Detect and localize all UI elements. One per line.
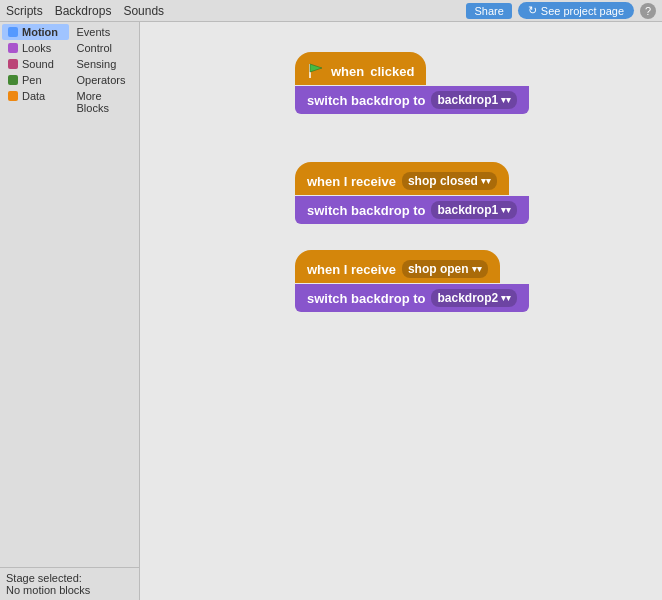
- motion-dot: [8, 27, 18, 37]
- sidebar-item-looks[interactable]: Looks: [2, 40, 69, 56]
- sidebar-item-motion[interactable]: Motion: [2, 24, 69, 40]
- dropdown-arrow: ▾: [481, 176, 491, 186]
- no-motion-label: No motion blocks: [6, 584, 133, 596]
- top-nav: Scripts Backdrops Sounds Share ↻ See pro…: [0, 0, 662, 22]
- sound-dot: [8, 59, 18, 69]
- block-group1-0[interactable]: whenclicked: [295, 52, 426, 85]
- dropdown-arrow: ▾: [501, 95, 511, 105]
- block-label: when I receive: [307, 262, 396, 277]
- script-group-group3[interactable]: when I receive shop open ▾ switch backdr…: [295, 250, 529, 312]
- block-group3-1[interactable]: switch backdrop to backdrop2 ▾: [295, 284, 529, 312]
- category-list: Motion Looks Sound Pen: [0, 22, 139, 567]
- block-label: when: [331, 64, 364, 79]
- looks-dot: [8, 43, 18, 53]
- category-section: Motion Looks Sound Pen: [2, 24, 137, 116]
- sidebar-item-sound[interactable]: Sound: [2, 56, 69, 72]
- nav-tabs: Scripts Backdrops Sounds: [6, 4, 164, 18]
- share-button[interactable]: Share: [466, 3, 511, 19]
- dropdown-group3-1[interactable]: backdrop2 ▾: [431, 289, 517, 307]
- col-right: Events Control Sensing Operators More Bl…: [71, 24, 138, 116]
- sidebar-item-more-blocks[interactable]: More Blocks: [71, 88, 138, 116]
- svg-marker-1: [310, 64, 322, 72]
- flag-icon: [307, 62, 325, 80]
- dropdown-arrow: ▾: [472, 264, 482, 274]
- block-group2-1[interactable]: switch backdrop to backdrop1 ▾: [295, 196, 529, 224]
- sidebar-item-control[interactable]: Control: [71, 40, 138, 56]
- see-project-button[interactable]: ↻ See project page: [518, 2, 634, 19]
- block-label: switch backdrop to: [307, 291, 425, 306]
- dropdown-group1-1[interactable]: backdrop1 ▾: [431, 91, 517, 109]
- refresh-icon: ↻: [528, 4, 537, 17]
- dropdown-group2-0[interactable]: shop closed ▾: [402, 172, 497, 190]
- nav-actions: Share ↻ See project page ?: [466, 2, 656, 19]
- dropdown-arrow: ▾: [501, 293, 511, 303]
- main-layout: Motion Looks Sound Pen: [0, 22, 662, 600]
- dropdown-arrow: ▾: [501, 205, 511, 215]
- block-group3-0[interactable]: when I receive shop open ▾: [295, 250, 500, 283]
- block-group1-1[interactable]: switch backdrop to backdrop1 ▾: [295, 86, 529, 114]
- col-left: Motion Looks Sound Pen: [2, 24, 69, 116]
- tab-sounds[interactable]: Sounds: [123, 4, 164, 18]
- left-panel: Motion Looks Sound Pen: [0, 22, 140, 600]
- script-group-group2[interactable]: when I receive shop closed ▾ switch back…: [295, 162, 529, 224]
- block-label: switch backdrop to: [307, 203, 425, 218]
- help-button[interactable]: ?: [640, 3, 656, 19]
- block-label: switch backdrop to: [307, 93, 425, 108]
- tab-scripts[interactable]: Scripts: [6, 4, 43, 18]
- tab-backdrops[interactable]: Backdrops: [55, 4, 112, 18]
- dropdown-group2-1[interactable]: backdrop1 ▾: [431, 201, 517, 219]
- stage-selected-label: Stage selected:: [6, 572, 133, 584]
- block-label: when I receive: [307, 174, 396, 189]
- sidebar-item-pen[interactable]: Pen: [2, 72, 69, 88]
- script-canvas[interactable]: whenclickedswitch backdrop to backdrop1 …: [140, 22, 662, 600]
- block-suffix: clicked: [370, 64, 414, 79]
- block-group2-0[interactable]: when I receive shop closed ▾: [295, 162, 509, 195]
- sidebar-item-events[interactable]: Events: [71, 24, 138, 40]
- sidebar-item-sensing[interactable]: Sensing: [71, 56, 138, 72]
- dropdown-group3-0[interactable]: shop open ▾: [402, 260, 488, 278]
- sidebar-item-data[interactable]: Data: [2, 88, 69, 104]
- stage-info: Stage selected: No motion blocks: [0, 567, 139, 600]
- sidebar-item-operators[interactable]: Operators: [71, 72, 138, 88]
- data-dot: [8, 91, 18, 101]
- pen-dot: [8, 75, 18, 85]
- script-group-group1[interactable]: whenclickedswitch backdrop to backdrop1 …: [295, 52, 529, 114]
